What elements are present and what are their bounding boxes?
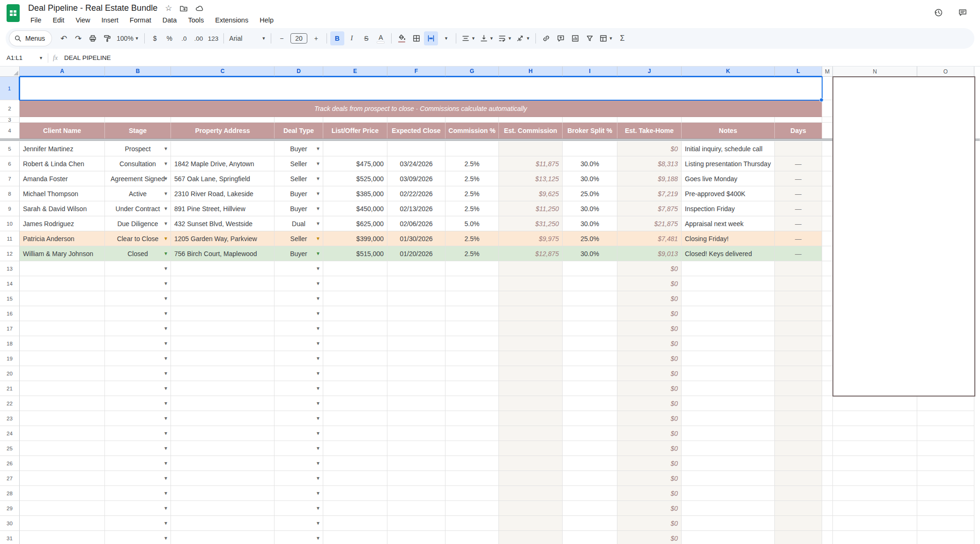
dealtype-dropdown-icon[interactable]: ▼ xyxy=(316,221,320,226)
row-header-19[interactable]: 19 xyxy=(0,351,20,366)
format-percent-button[interactable]: % xyxy=(163,31,177,45)
cell-m8[interactable] xyxy=(822,186,833,201)
cell-m15[interactable] xyxy=(822,291,833,306)
cell-split-9[interactable]: 30.0% xyxy=(563,201,617,216)
summary-value-4[interactable]: $61,950 xyxy=(917,123,974,139)
cell-c15[interactable] xyxy=(171,291,275,306)
cell-f28[interactable] xyxy=(387,486,445,501)
cell-commpct-9[interactable]: 2.5% xyxy=(445,201,499,216)
cell-price-9[interactable]: $450,000 xyxy=(323,201,387,216)
cell-notes-9[interactable]: Inspection Friday xyxy=(682,201,775,216)
sheet-subtitle-cell[interactable]: Track deals from prospect to close · Com… xyxy=(20,100,822,117)
cell-f16[interactable] xyxy=(387,306,445,321)
cell-k31[interactable] xyxy=(682,531,775,544)
cell-notes-5[interactable]: Initial inquiry, schedule call xyxy=(682,141,775,156)
cell-d29[interactable]: ▼ xyxy=(275,501,323,516)
cell-e21[interactable] xyxy=(323,381,387,396)
cell-g23[interactable] xyxy=(445,411,499,426)
menu-view[interactable]: View xyxy=(72,15,93,25)
cell-d22[interactable]: ▼ xyxy=(275,396,323,411)
cell-g28[interactable] xyxy=(445,486,499,501)
text-color-button[interactable]: A xyxy=(374,31,388,45)
cell-e18[interactable] xyxy=(323,336,387,351)
cell-price-12[interactable]: $515,000 xyxy=(323,246,387,261)
cell-price-11[interactable]: $399,000 xyxy=(323,231,387,246)
row-header-15[interactable]: 15 xyxy=(0,291,20,306)
cell-i27[interactable] xyxy=(563,471,617,486)
cell-m11[interactable] xyxy=(822,231,833,246)
cell-i26[interactable] xyxy=(563,456,617,471)
cell-address-11[interactable]: 1205 Garden Way, Parkview xyxy=(171,231,275,246)
cell-n29[interactable] xyxy=(833,501,917,516)
summary-value-17[interactable]: 0 xyxy=(917,321,974,336)
summary-value-16[interactable]: 1 xyxy=(917,306,974,321)
cell-f17[interactable] xyxy=(387,321,445,336)
cell-h20[interactable] xyxy=(499,366,563,381)
cell-estcomm-5[interactable] xyxy=(499,141,563,156)
cell-l26[interactable] xyxy=(775,456,822,471)
cell-j23[interactable]: $0 xyxy=(617,411,682,426)
cell-a18[interactable] xyxy=(20,336,105,351)
cell-g25[interactable] xyxy=(445,441,499,456)
cell-a24[interactable] xyxy=(20,426,105,441)
cell-j21[interactable]: $0 xyxy=(617,381,682,396)
cell-j18[interactable]: $0 xyxy=(617,336,682,351)
cell-f18[interactable] xyxy=(387,336,445,351)
cell-m31[interactable] xyxy=(822,531,833,544)
menus-search[interactable]: Menus xyxy=(9,31,52,46)
cell-j16[interactable]: $0 xyxy=(617,306,682,321)
cell-m7[interactable] xyxy=(822,171,833,186)
cell-close-9[interactable]: 02/13/2026 xyxy=(387,201,445,216)
cell-d15[interactable]: ▼ xyxy=(275,291,323,306)
cell-a20[interactable] xyxy=(20,366,105,381)
cell-g21[interactable] xyxy=(445,381,499,396)
cell-split-8[interactable]: 25.0% xyxy=(563,186,617,201)
cell-h3[interactable] xyxy=(499,117,563,123)
cell-k19[interactable] xyxy=(682,351,775,366)
cell-k3[interactable] xyxy=(682,117,775,123)
row-header-9[interactable]: 9 xyxy=(0,201,20,216)
cell-stage-7[interactable]: Agreement Signed▼ xyxy=(105,171,171,186)
summary-title-cell[interactable]: PIPELINE SUMMARY xyxy=(833,77,974,100)
dealtype-dropdown-icon[interactable]: ▼ xyxy=(316,191,320,196)
cell-k26[interactable] xyxy=(682,456,775,471)
cell-l28[interactable] xyxy=(775,486,822,501)
table-header-g[interactable]: Commission % xyxy=(445,123,499,139)
cell-estcomm-7[interactable]: $13,125 xyxy=(499,171,563,186)
cell-f21[interactable] xyxy=(387,381,445,396)
cell-l23[interactable] xyxy=(775,411,822,426)
cell-c22[interactable] xyxy=(171,396,275,411)
cell-m23[interactable] xyxy=(822,411,833,426)
cell-g15[interactable] xyxy=(445,291,499,306)
cell-b15[interactable]: ▼ xyxy=(105,291,171,306)
cell-f3[interactable] xyxy=(387,117,445,123)
cell-close-8[interactable]: 02/22/2026 xyxy=(387,186,445,201)
dealtype-dropdown-icon[interactable]: ▼ xyxy=(316,341,320,346)
stage-dropdown-icon[interactable]: ▼ xyxy=(163,461,168,466)
print-button[interactable] xyxy=(86,31,100,45)
cell-n28[interactable] xyxy=(833,486,917,501)
stage-dropdown-icon[interactable]: ▼ xyxy=(163,251,168,256)
cell-n2[interactable] xyxy=(833,100,917,117)
cell-price-10[interactable]: $625,000 xyxy=(323,216,387,231)
cell-dealtype-7[interactable]: Seller▼ xyxy=(275,171,323,186)
cell-i14[interactable] xyxy=(563,276,617,291)
column-header-D[interactable]: D xyxy=(275,66,323,77)
row-header-23[interactable]: 23 xyxy=(0,411,20,426)
cell-b28[interactable]: ▼ xyxy=(105,486,171,501)
cell-o28[interactable] xyxy=(917,486,974,501)
row-header-2[interactable]: 2 xyxy=(0,100,20,117)
cell-j19[interactable]: $0 xyxy=(617,351,682,366)
column-header-F[interactable]: F xyxy=(387,66,445,77)
cell-d13[interactable]: ▼ xyxy=(275,261,323,276)
cell-d25[interactable]: ▼ xyxy=(275,441,323,456)
merge-cells-button[interactable] xyxy=(424,31,438,45)
cell-client-9[interactable]: Sarah & David Wilson xyxy=(20,201,105,216)
cell-i15[interactable] xyxy=(563,291,617,306)
cell-c23[interactable] xyxy=(171,411,275,426)
cell-g30[interactable] xyxy=(445,516,499,531)
cell-takehome-8[interactable]: $7,219 xyxy=(617,186,682,201)
dealtype-dropdown-icon[interactable]: ▼ xyxy=(316,266,320,271)
row-header-1[interactable]: 1 xyxy=(0,77,20,100)
cell-commpct-7[interactable]: 2.5% xyxy=(445,171,499,186)
